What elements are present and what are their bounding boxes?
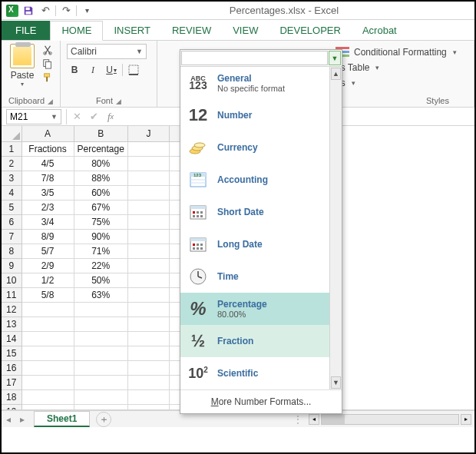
cell-J9[interactable] bbox=[127, 258, 169, 273]
tab-home[interactable]: HOME bbox=[50, 21, 103, 41]
row-header-15[interactable]: 15 bbox=[2, 346, 21, 360]
number-format-item-accounting[interactable]: 123Accounting bbox=[180, 164, 342, 196]
row-header-4[interactable]: 4 bbox=[2, 185, 21, 200]
scroll-down-button[interactable]: ▼ bbox=[331, 376, 341, 389]
row-header-8[interactable]: 8 bbox=[2, 244, 21, 258]
cell-A10[interactable]: 1/2 bbox=[21, 273, 74, 287]
cell-B11[interactable]: 63% bbox=[74, 287, 127, 302]
number-format-item-short-date[interactable]: Short Date bbox=[180, 196, 342, 228]
cell-B4[interactable]: 60% bbox=[74, 185, 127, 200]
dropdown-scrollbar[interactable]: ▲ ▼ bbox=[329, 67, 342, 389]
cell-B14[interactable] bbox=[74, 331, 127, 346]
cut-button[interactable] bbox=[41, 44, 54, 56]
cell-A5[interactable]: 2/3 bbox=[21, 200, 74, 214]
number-format-item-long-date[interactable]: Long Date bbox=[180, 228, 342, 260]
cell-B1[interactable]: Percentage bbox=[74, 141, 127, 156]
cell-A3[interactable]: 7/8 bbox=[21, 171, 74, 185]
cell-A8[interactable]: 5/7 bbox=[21, 244, 74, 258]
qat-customize-button[interactable]: ▾ bbox=[80, 4, 94, 18]
tab-insert[interactable]: INSERT bbox=[103, 22, 160, 40]
cell-B15[interactable] bbox=[74, 346, 127, 360]
cell-B9[interactable]: 22% bbox=[74, 258, 127, 273]
cell-B2[interactable]: 80% bbox=[74, 156, 127, 171]
cell-J17[interactable] bbox=[127, 375, 169, 389]
cell-B10[interactable]: 50% bbox=[74, 273, 127, 287]
sheet-nav-prev[interactable]: ◂ bbox=[2, 413, 15, 426]
sheet-nav-next[interactable]: ▸ bbox=[15, 413, 29, 426]
cell-B5[interactable]: 67% bbox=[74, 200, 127, 214]
cell-A16[interactable] bbox=[21, 360, 74, 375]
cancel-formula-button[interactable]: ✕ bbox=[68, 108, 85, 125]
cell-styles-button[interactable]: es▾ bbox=[332, 76, 468, 90]
scroll-up-button[interactable]: ▲ bbox=[331, 68, 341, 80]
cell-A1[interactable]: Fractions bbox=[21, 141, 74, 156]
format-painter-button[interactable] bbox=[41, 71, 54, 84]
row-header-1[interactable]: 1 bbox=[2, 141, 21, 156]
row-header-14[interactable]: 14 bbox=[2, 331, 21, 346]
row-header-13[interactable]: 13 bbox=[2, 316, 21, 331]
italic-button[interactable]: I bbox=[85, 62, 101, 78]
row-header-17[interactable]: 17 bbox=[2, 375, 21, 389]
cell-J11[interactable] bbox=[127, 287, 169, 302]
cell-A2[interactable]: 4/5 bbox=[21, 156, 74, 171]
tab-developer[interactable]: DEVELOPER bbox=[269, 22, 351, 40]
font-dialog-launcher[interactable]: ◢ bbox=[116, 98, 121, 105]
redo-button[interactable]: ↷ bbox=[59, 4, 73, 18]
column-header-B[interactable]: B bbox=[74, 126, 127, 141]
undo-button[interactable]: ↶ bbox=[38, 4, 52, 18]
sheet-tab-active[interactable]: Sheet1 bbox=[34, 411, 90, 427]
cell-B7[interactable]: 90% bbox=[74, 229, 127, 244]
row-header-5[interactable]: 5 bbox=[2, 200, 21, 214]
cell-B6[interactable]: 75% bbox=[74, 214, 127, 229]
cell-A18[interactable] bbox=[21, 389, 74, 404]
copy-button[interactable] bbox=[41, 58, 54, 70]
row-header-3[interactable]: 3 bbox=[2, 171, 21, 185]
cell-J10[interactable] bbox=[127, 273, 169, 287]
column-header-J[interactable]: J bbox=[127, 126, 169, 141]
cell-B3[interactable]: 88% bbox=[74, 171, 127, 185]
cell-B16[interactable] bbox=[74, 360, 127, 375]
cell-A11[interactable]: 5/8 bbox=[21, 287, 74, 302]
row-header-12[interactable]: 12 bbox=[2, 302, 21, 316]
cell-J2[interactable] bbox=[127, 156, 169, 171]
cell-B12[interactable] bbox=[74, 302, 127, 316]
tab-acrobat[interactable]: Acrobat bbox=[352, 22, 408, 40]
cell-B19[interactable] bbox=[74, 404, 127, 410]
more-number-formats-link[interactable]: More Number Formats... bbox=[180, 389, 342, 413]
number-format-dropdown-arrow[interactable]: ▼ bbox=[329, 51, 341, 65]
number-format-item-scientific[interactable]: 102Scientific bbox=[180, 357, 342, 389]
cell-J16[interactable] bbox=[127, 360, 169, 375]
cell-J14[interactable] bbox=[127, 331, 169, 346]
row-header-11[interactable]: 11 bbox=[2, 287, 21, 302]
enter-formula-button[interactable]: ✔ bbox=[85, 108, 102, 125]
cell-A19[interactable] bbox=[21, 404, 74, 410]
bold-button[interactable]: B bbox=[67, 62, 82, 78]
new-sheet-button[interactable]: ＋ bbox=[96, 412, 111, 427]
cell-J13[interactable] bbox=[127, 316, 169, 331]
cell-J15[interactable] bbox=[127, 346, 169, 360]
row-header-16[interactable]: 16 bbox=[2, 360, 21, 375]
cell-B18[interactable] bbox=[74, 389, 127, 404]
tab-file[interactable]: FILE bbox=[2, 21, 50, 40]
cell-A7[interactable]: 8/9 bbox=[21, 229, 74, 244]
number-format-item-number[interactable]: 12Number bbox=[180, 99, 342, 131]
row-header-7[interactable]: 7 bbox=[2, 229, 21, 244]
cell-J18[interactable] bbox=[127, 389, 169, 404]
conditional-formatting-button[interactable]: Conditional Formatting▾ bbox=[332, 45, 468, 59]
cell-A15[interactable] bbox=[21, 346, 74, 360]
row-header-18[interactable]: 18 bbox=[2, 389, 21, 404]
cell-A9[interactable]: 2/9 bbox=[21, 258, 74, 273]
horizontal-scrollbar[interactable]: ⋮ ◂ ▸ bbox=[111, 414, 474, 425]
row-header-10[interactable]: 10 bbox=[2, 273, 21, 287]
cell-J6[interactable] bbox=[127, 214, 169, 229]
font-name-combo[interactable]: Calibri ▼ bbox=[67, 44, 147, 59]
cell-A17[interactable] bbox=[21, 375, 74, 389]
hscroll-right[interactable]: ▸ bbox=[461, 414, 471, 425]
cell-J3[interactable] bbox=[127, 171, 169, 185]
row-header-9[interactable]: 9 bbox=[2, 258, 21, 273]
cell-J7[interactable] bbox=[127, 229, 169, 244]
cell-J8[interactable] bbox=[127, 244, 169, 258]
hscroll-left[interactable]: ◂ bbox=[309, 414, 319, 425]
number-format-item-percentage[interactable]: %Percentage80.00% bbox=[180, 293, 342, 325]
select-all-cell[interactable] bbox=[2, 126, 21, 141]
